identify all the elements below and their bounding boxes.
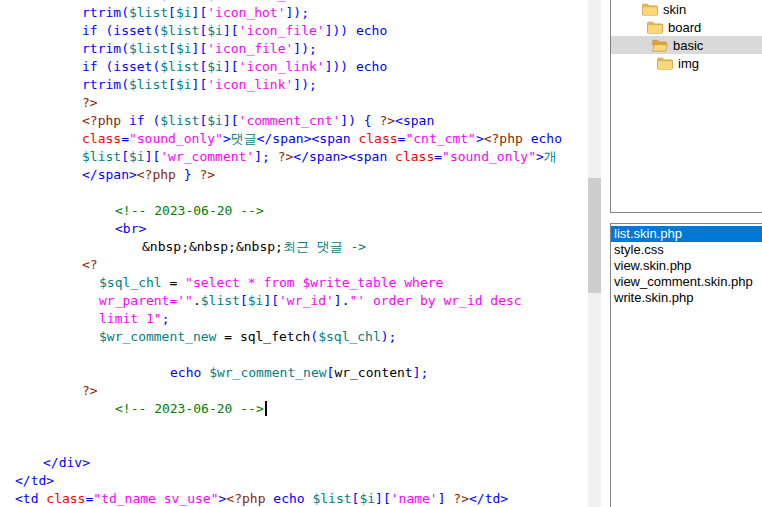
code-editor-area[interactable]: if (isset($list[$i]['icon_hot'])) echort… (0, 0, 588, 507)
code-line (0, 184, 588, 202)
folder-icon (642, 3, 658, 16)
tree-item-img[interactable]: img (611, 54, 762, 72)
editor-vertical-scrollbar-thumb[interactable] (588, 178, 601, 293)
file-item-style-css[interactable]: style.css (611, 242, 762, 258)
code-line: </div> (0, 454, 588, 472)
file-item-write-skin-php[interactable]: write.skin.php (611, 290, 762, 306)
code-line: </span><?php } ?> (0, 166, 588, 184)
code-line: <? (0, 256, 588, 274)
code-line: <!-- 2023-06-20 --> (0, 202, 588, 220)
code-line: $wr_comment_new = sql_fetch($sql_chl); (0, 328, 588, 346)
code-line: rtrim($list[$i]['icon_link']); (0, 76, 588, 94)
file-item-view-comment-skin-php[interactable]: view_comment.skin.php (611, 274, 762, 290)
code-line: $list[$i]['wr_comment']; ?></span><span … (0, 148, 588, 166)
tree-item-label: skin (663, 2, 686, 17)
code-line: class="sound_only">댓글</span><span class=… (0, 130, 588, 148)
folder-icon (657, 57, 673, 70)
folder-icon (647, 21, 663, 34)
code-line: <!-- 2023-06-20 --> (0, 400, 588, 418)
code-line: echo $wr_comment_new[wr_content]; (0, 364, 588, 382)
folder-open-icon (652, 39, 668, 52)
code-line (0, 418, 588, 436)
text-caret (265, 401, 267, 416)
file-list-panel: list.skin.phpstyle.cssview.skin.phpview_… (610, 223, 762, 507)
tree-item-board[interactable]: board (611, 18, 762, 36)
code-line: $sql_chl = "select * from $write_table w… (0, 274, 588, 292)
file-list: list.skin.phpstyle.cssview.skin.phpview_… (611, 226, 762, 306)
code-area: if (isset($list[$i]['icon_hot'])) echort… (0, 0, 588, 507)
tree-item-basic[interactable]: basic (611, 36, 762, 54)
tree-item-label: img (678, 56, 699, 71)
code-line (0, 436, 588, 454)
tree-item-label: basic (673, 38, 703, 53)
code-line: ?> (0, 382, 588, 400)
code-line: if (isset($list[$i]['icon_file'])) echo (0, 22, 588, 40)
folder-tree: skinboardbasicimg (611, 0, 762, 72)
code-line: &nbsp;&nbsp;&nbsp;최근 댓글 -> (0, 238, 588, 256)
code-line: limit 1"; (0, 310, 588, 328)
code-line: if (isset($list[$i]['icon_link'])) echo (0, 58, 588, 76)
code-line: <?php if ($list[$i]['comment_cnt']) { ?>… (0, 112, 588, 130)
code-line: <br> (0, 220, 588, 238)
code-line: wr_parent='".$list[$i]['wr_id']."' order… (0, 292, 588, 310)
code-line: </td> (0, 472, 588, 490)
file-item-list-skin-php[interactable]: list.skin.php (611, 226, 762, 242)
code-line: <td class="td_name sv_use"><?php echo $l… (0, 490, 588, 507)
code-line: ?> (0, 94, 588, 112)
tree-item-skin[interactable]: skin (611, 0, 762, 18)
code-line: rtrim($list[$i]['icon_hot']); (0, 4, 588, 22)
file-item-view-skin-php[interactable]: view.skin.php (611, 258, 762, 274)
tree-item-label: board (668, 20, 701, 35)
code-line (0, 346, 588, 364)
code-line: rtrim($list[$i]['icon_file']); (0, 40, 588, 58)
folder-tree-panel: skinboardbasicimg (610, 0, 762, 213)
